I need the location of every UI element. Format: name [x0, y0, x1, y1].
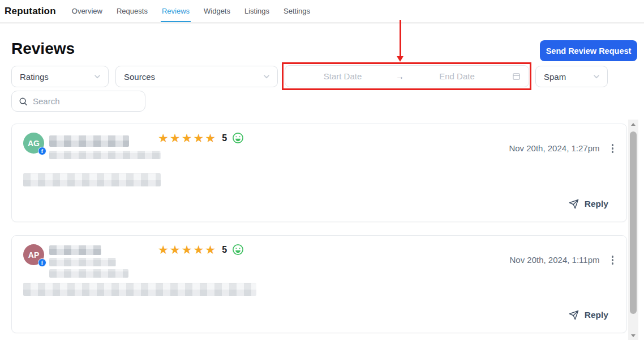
- start-date-placeholder[interactable]: Start Date: [293, 71, 392, 81]
- spam-filter-dropdown[interactable]: Spam: [535, 66, 608, 87]
- tab-widgets[interactable]: Widgets: [203, 0, 231, 22]
- positive-sentiment-smiley-icon: [232, 244, 244, 256]
- facebook-icon: f: [38, 147, 46, 155]
- date-range-arrow-icon: →: [392, 71, 407, 81]
- star-rating-icons: ★★★★★: [158, 132, 217, 144]
- review-timestamp: Nov 20th, 2024, 1:27pm: [509, 143, 599, 153]
- rating-row: ★★★★★ 5: [158, 244, 244, 256]
- reviewer-subtext-redacted: [49, 151, 161, 159]
- rating-value: 5: [222, 245, 227, 255]
- facebook-icon: f: [38, 258, 46, 267]
- reply-label: Reply: [585, 199, 608, 209]
- page-title: Reviews: [11, 40, 75, 58]
- search-icon: [19, 97, 28, 106]
- reviewer-subtext-redacted: [49, 258, 116, 266]
- reviewer-subtext-redacted: [49, 269, 128, 278]
- sources-filter-label: Sources: [124, 72, 155, 82]
- reviewer-name-redacted: [49, 245, 101, 255]
- scrollbar-thumb[interactable]: [630, 131, 637, 314]
- chevron-down-icon: [593, 73, 600, 80]
- calendar-icon: [512, 72, 521, 80]
- ratings-filter-dropdown[interactable]: Ratings: [11, 66, 109, 87]
- paper-plane-icon: [569, 310, 579, 320]
- reviewer-name-redacted: [49, 135, 129, 147]
- card-meta: Nov 20th, 2024, 1:27pm: [509, 142, 616, 155]
- review-timestamp: Nov 20th, 2024, 1:11pm: [510, 255, 600, 265]
- rating-value: 5: [222, 133, 227, 143]
- spam-filter-label: Spam: [544, 72, 566, 82]
- tab-settings[interactable]: Settings: [282, 0, 311, 22]
- reply-button[interactable]: Reply: [569, 310, 608, 320]
- paper-plane-icon: [569, 199, 579, 209]
- scrollbar-down-arrow-icon[interactable]: [628, 331, 638, 340]
- search-input[interactable]: [33, 96, 145, 106]
- avatar-initials: AP: [28, 250, 39, 260]
- rating-row: ★★★★★ 5: [158, 132, 244, 144]
- tab-listings[interactable]: Listings: [243, 0, 271, 22]
- positive-sentiment-smiley-icon: [232, 132, 244, 144]
- sources-filter-dropdown[interactable]: Sources: [115, 66, 278, 87]
- search-box: [11, 91, 145, 112]
- scrollbar[interactable]: [628, 120, 638, 340]
- reply-label: Reply: [585, 310, 608, 320]
- more-options-kebab-icon[interactable]: [609, 254, 617, 266]
- review-text-redacted: [23, 173, 161, 186]
- review-text-redacted: [23, 283, 256, 296]
- scrollbar-up-arrow-icon[interactable]: [628, 120, 638, 129]
- send-review-request-button[interactable]: Send Review Request: [540, 40, 637, 61]
- star-rating-icons: ★★★★★: [158, 244, 217, 256]
- review-card: AG f ★★★★★ 5 Nov 20th, 2024, 1:27pm Repl…: [11, 124, 627, 222]
- top-navigation: Reputation Overview Requests Reviews Wid…: [0, 0, 644, 23]
- tab-reviews[interactable]: Reviews: [161, 0, 191, 22]
- nav-tabs: Overview Requests Reviews Widgets Listin…: [71, 0, 311, 22]
- ratings-filter-label: Ratings: [20, 72, 49, 82]
- avatar-initials: AG: [28, 139, 40, 148]
- chevron-down-icon: [93, 73, 101, 80]
- card-meta: Nov 20th, 2024, 1:11pm: [510, 254, 617, 266]
- avatar: AP f: [23, 244, 44, 265]
- chevron-down-icon: [263, 73, 271, 80]
- date-range-filter[interactable]: Start Date → End Date: [285, 65, 529, 87]
- reply-button[interactable]: Reply: [569, 199, 608, 209]
- tab-overview[interactable]: Overview: [71, 0, 104, 22]
- end-date-placeholder[interactable]: End Date: [407, 71, 506, 81]
- app-title: Reputation: [5, 6, 56, 17]
- avatar: AG f: [23, 133, 44, 154]
- review-card: AP f ★★★★★ 5 Nov 20th, 2024, 1:11pm Repl…: [11, 235, 627, 333]
- more-options-kebab-icon[interactable]: [609, 142, 617, 155]
- tab-requests[interactable]: Requests: [115, 0, 149, 22]
- annotation-arrow-icon: [400, 20, 401, 57]
